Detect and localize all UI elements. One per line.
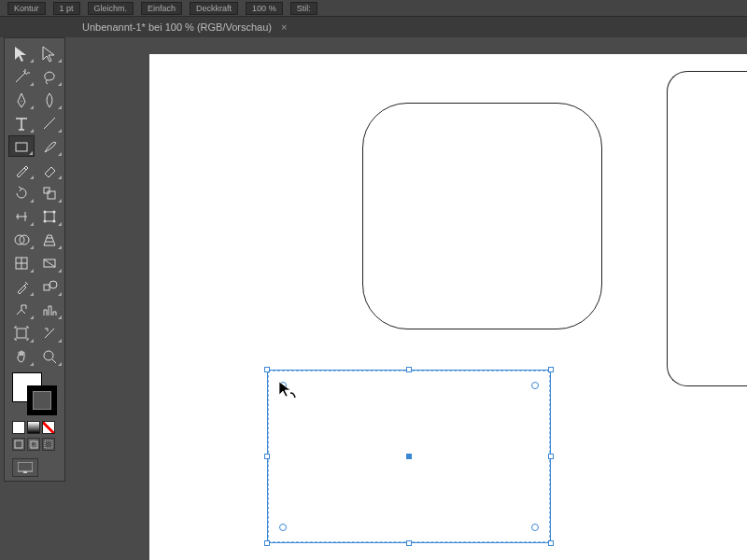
stroke-profile[interactable]: Einfach xyxy=(141,2,182,15)
resize-handle-top-left[interactable] xyxy=(264,367,270,372)
paintbrush-tool[interactable] xyxy=(36,135,63,157)
resize-handle-bottom-left[interactable] xyxy=(264,540,270,546)
svg-point-13 xyxy=(49,281,57,288)
svg-rect-16 xyxy=(15,441,22,448)
lasso-tool[interactable] xyxy=(36,65,63,87)
gradient-tool[interactable] xyxy=(36,252,63,273)
document-tab-title: Unbenannt-1* bei 100 % (RGB/Vorschau) xyxy=(82,21,272,33)
svg-rect-3 xyxy=(45,212,54,221)
symbol-sprayer-tool[interactable] xyxy=(8,299,35,320)
svg-rect-21 xyxy=(23,471,27,473)
fill-stroke-swatches[interactable] xyxy=(8,372,61,417)
svg-rect-14 xyxy=(17,329,26,338)
live-corner-widget[interactable] xyxy=(279,382,287,389)
selection-bounding-box[interactable] xyxy=(267,370,551,543)
width-tool[interactable] xyxy=(8,205,35,227)
resize-handle-mid-right[interactable] xyxy=(548,454,554,459)
live-corner-widget[interactable] xyxy=(531,524,539,531)
svg-point-6 xyxy=(44,219,47,222)
document-tab-bar: Unbenannt-1* bei 100 % (RGB/Vorschau) × xyxy=(0,17,747,37)
svg-rect-17 xyxy=(31,441,37,448)
document-tab[interactable]: Unbenannt-1* bei 100 % (RGB/Vorschau) × xyxy=(75,17,294,37)
svg-rect-19 xyxy=(45,441,52,448)
stroke-label: Kontur xyxy=(7,2,46,15)
selection-tool[interactable] xyxy=(8,42,35,63)
control-bar: Kontur 1 pt Gleichm. Einfach Deckkraft 1… xyxy=(0,0,747,17)
scale-tool[interactable] xyxy=(36,182,63,203)
svg-rect-12 xyxy=(44,285,49,290)
pencil-tool[interactable] xyxy=(8,159,35,180)
opacity-value[interactable]: 100 % xyxy=(246,2,283,15)
resize-handle-top-right[interactable] xyxy=(548,367,554,372)
svg-rect-0 xyxy=(16,143,27,151)
mesh-tool[interactable] xyxy=(8,252,35,273)
resize-handle-mid-left[interactable] xyxy=(264,454,270,459)
opacity-label: Deckkraft xyxy=(190,2,238,15)
rounded-rectangle-shape-2[interactable] xyxy=(667,71,747,386)
rectangle-tool[interactable] xyxy=(8,135,35,157)
shape-builder-tool[interactable] xyxy=(8,229,35,250)
stroke-swatch[interactable] xyxy=(27,385,57,415)
live-corner-widget[interactable] xyxy=(279,524,287,531)
column-graph-tool[interactable] xyxy=(36,299,63,320)
svg-rect-18 xyxy=(29,440,35,446)
curvature-tool[interactable] xyxy=(36,89,63,110)
artboard[interactable] xyxy=(149,54,747,560)
perspective-tool[interactable] xyxy=(36,229,63,250)
resize-handle-top-mid[interactable] xyxy=(406,367,412,372)
direct-selection-tool[interactable] xyxy=(36,42,63,63)
svg-rect-20 xyxy=(18,462,33,471)
svg-point-15 xyxy=(44,351,53,360)
blend-tool[interactable] xyxy=(36,275,63,297)
resize-handle-bottom-right[interactable] xyxy=(548,540,554,546)
magic-wand-tool[interactable] xyxy=(8,65,35,87)
color-mode-button[interactable] xyxy=(12,421,25,434)
draw-normal-button[interactable] xyxy=(12,438,25,451)
selection-center-point[interactable] xyxy=(406,454,412,459)
tools-panel xyxy=(4,37,65,482)
free-transform-tool[interactable] xyxy=(36,205,63,227)
draw-inside-button[interactable] xyxy=(42,438,55,451)
pen-tool[interactable] xyxy=(8,89,35,110)
live-corner-widget[interactable] xyxy=(531,382,539,389)
svg-point-4 xyxy=(44,210,47,213)
gradient-mode-button[interactable] xyxy=(27,421,40,434)
svg-point-7 xyxy=(53,219,56,222)
svg-rect-2 xyxy=(48,191,55,199)
resize-handle-bottom-mid[interactable] xyxy=(406,540,412,546)
rotate-tool[interactable] xyxy=(8,182,35,203)
workspace xyxy=(75,37,747,560)
svg-point-5 xyxy=(53,210,56,213)
svg-rect-1 xyxy=(44,188,49,193)
draw-behind-button[interactable] xyxy=(27,438,40,451)
type-tool[interactable] xyxy=(8,112,35,133)
screen-mode-button[interactable] xyxy=(12,458,38,477)
eyedropper-tool[interactable] xyxy=(8,275,35,297)
slice-tool[interactable] xyxy=(36,322,63,343)
stroke-weight[interactable]: 1 pt xyxy=(53,2,80,15)
none-mode-button[interactable] xyxy=(42,421,55,434)
zoom-tool[interactable] xyxy=(36,345,63,367)
stroke-uniform[interactable]: Gleichm. xyxy=(88,2,134,15)
hand-tool[interactable] xyxy=(8,345,35,367)
close-tab-button[interactable]: × xyxy=(281,21,287,33)
style-label: Stil: xyxy=(290,2,317,15)
artboard-tool[interactable] xyxy=(8,322,35,343)
line-segment-tool[interactable] xyxy=(36,112,63,133)
rounded-rectangle-shape[interactable] xyxy=(362,103,602,329)
eraser-tool[interactable] xyxy=(36,159,63,180)
